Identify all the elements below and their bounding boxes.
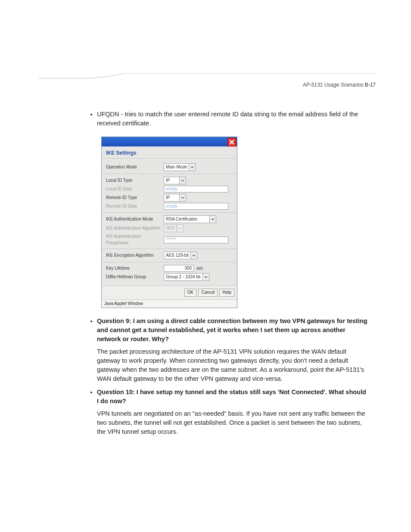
dh-group-select[interactable]: Group 2 - 1024 bit (164, 273, 209, 281)
dh-group-value: Group 2 - 1024 bit (164, 274, 202, 280)
local-id-type-select[interactable]: IP (164, 177, 186, 184)
header-title: AP-5131 Usage Scenarios (303, 82, 364, 88)
field-dh-group: Diffie-Hellman Group Group 2 - 1024 bit (106, 273, 233, 281)
ike-enc-algo-label: IKE Encryption Algorithm (106, 252, 164, 259)
chevron-down-icon (209, 216, 216, 223)
ike-settings-dialog: IKE Settings Operation Mode Main Mode (101, 137, 237, 308)
field-local-id-data: Local ID Data empty (106, 186, 233, 193)
field-remote-id-data: Remote ID Data empty (106, 203, 233, 210)
dialog-heading: IKE Settings (106, 150, 137, 156)
field-ike-auth-mode: IKE Authentication Mode RSA Certificates (106, 215, 233, 223)
field-key-lifetime: Key Lifetime 300 sec (106, 265, 233, 272)
operation-mode-label: Operation Mode (106, 164, 164, 171)
question-9-text: Question 9: I am using a direct cable co… (97, 317, 367, 342)
bullet-list: UFQDN - tries to match the user entered … (84, 110, 368, 436)
ike-auth-mode-select[interactable]: RSA Certificates (164, 215, 216, 223)
bullet-question-10: Question 10: I have setup my tunnel and … (97, 388, 368, 436)
chevron-down-icon (190, 252, 197, 259)
divider (102, 262, 237, 262)
ike-enc-algo-select[interactable]: AES 128-bit (164, 252, 197, 259)
ok-button[interactable]: OK (184, 289, 196, 297)
chevron-down-icon (177, 225, 183, 232)
field-operation-mode: Operation Mode Main Mode (106, 163, 233, 171)
divider (102, 249, 237, 249)
local-id-type-value: IP (164, 177, 179, 184)
field-ike-auth-algo: IKE Authentication Algorithm MD5 (106, 224, 233, 232)
field-ike-auth-pass: IKE Authentication Passphrase ****** (106, 233, 233, 246)
field-ike-enc-algo: IKE Encryption Algorithm AES 128-bit (106, 252, 233, 259)
local-id-data-input: empty (164, 186, 228, 193)
question-10-text: Question 10: I have setup my tunnel and … (97, 389, 366, 404)
remote-id-type-label: Remote ID Type (106, 195, 164, 201)
close-icon[interactable] (227, 138, 236, 146)
local-id-data-label: Local ID Data (106, 186, 164, 193)
dialog-body: Operation Mode Main Mode Local ID Type (102, 159, 237, 286)
key-lifetime-input[interactable]: 300 (164, 265, 194, 272)
answer-10-text: VPN tunnels are negotiated on an "as-nee… (97, 409, 368, 436)
ike-auth-mode-value: RSA Certificates (164, 216, 209, 223)
dh-group-label: Diffie-Hellman Group (106, 274, 164, 280)
remote-id-type-value: IP (164, 195, 179, 201)
ike-auth-algo-value: MD5 (164, 225, 177, 232)
ike-auth-mode-label: IKE Authentication Mode (106, 216, 164, 223)
dialog-heading-row: IKE Settings (102, 146, 237, 159)
remote-id-data-label: Remote ID Data (106, 203, 164, 210)
ike-enc-algo-value: AES 128-bit (164, 252, 190, 259)
answer-9-text: The packet processing architecture of th… (97, 347, 368, 383)
bullet-ufqdn: UFQDN - tries to match the user entered … (97, 110, 368, 308)
cancel-button[interactable]: Cancel (198, 289, 218, 297)
chevron-down-icon (189, 164, 195, 171)
chevron-down-icon (202, 274, 209, 280)
content-area: UFQDN - tries to match the user entered … (84, 110, 368, 441)
chevron-down-icon (179, 177, 186, 184)
dialog-statusbar: Java Applet Window (102, 299, 237, 308)
help-button[interactable]: Help (219, 289, 234, 297)
field-local-id-type: Local ID Type IP (106, 177, 233, 184)
divider (102, 212, 237, 213)
remote-id-data-input: empty (164, 203, 228, 210)
dialog-button-row: OK Cancel Help (102, 286, 237, 299)
ike-auth-algo-select: MD5 (164, 224, 184, 232)
divider (102, 174, 237, 174)
field-remote-id-type: Remote ID Type IP (106, 194, 233, 202)
key-lifetime-unit: sec (196, 265, 203, 272)
chevron-down-icon (179, 194, 186, 201)
dialog-titlebar (102, 137, 237, 146)
operation-mode-select[interactable]: Main Mode (164, 163, 196, 171)
bullet-text: UFQDN - tries to match the user entered … (97, 111, 358, 127)
header-page-number: B-17 (365, 82, 376, 88)
ike-auth-pass-label: IKE Authentication Passphrase (106, 233, 164, 246)
ike-auth-algo-label: IKE Authentication Algorithm (106, 225, 164, 232)
bullet-question-9: Question 9: I am using a direct cable co… (97, 317, 368, 383)
ike-auth-pass-input: ****** (164, 236, 228, 243)
local-id-type-label: Local ID Type (106, 177, 164, 184)
page: AP-5131 Usage Scenarios B-17 UFQDN - tri… (0, 0, 411, 532)
operation-mode-value: Main Mode (164, 164, 189, 171)
remote-id-type-select[interactable]: IP (164, 194, 186, 202)
key-lifetime-label: Key Lifetime (106, 265, 164, 272)
dialog-figure: IKE Settings Operation Mode Main Mode (101, 137, 368, 308)
